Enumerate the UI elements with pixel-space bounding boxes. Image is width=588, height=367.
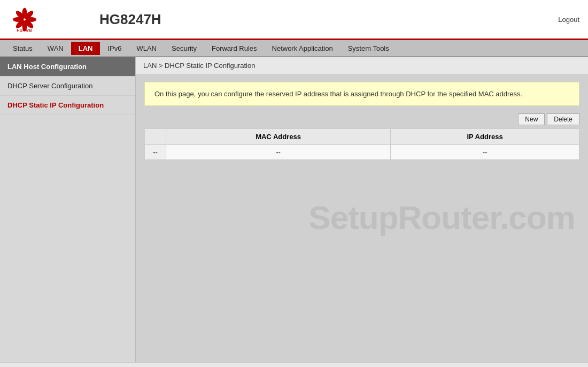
nav-item-security[interactable]: Security bbox=[164, 42, 204, 55]
sidebar-item-dhcp-static[interactable]: DHCP Static IP Configuration bbox=[0, 96, 135, 115]
table-row: -- -- -- bbox=[145, 145, 579, 160]
col-mac: MAC Address bbox=[166, 129, 391, 145]
nav-item-network-application[interactable]: Network Application bbox=[265, 42, 341, 55]
huawei-logo-icon: HUAWEI bbox=[9, 5, 41, 34]
nav-item-lan[interactable]: LAN bbox=[71, 42, 100, 55]
nav-item-wan[interactable]: WAN bbox=[40, 42, 71, 55]
nav-item-forward-rules[interactable]: Forward Rules bbox=[204, 42, 265, 55]
main-layout: LAN Host Configuration DHCP Server Confi… bbox=[0, 57, 588, 362]
toolbar: New Delete bbox=[144, 113, 579, 125]
delete-button[interactable]: Delete bbox=[547, 113, 579, 125]
cell-mac: -- bbox=[166, 145, 391, 160]
sidebar-item-dhcp-server[interactable]: DHCP Server Configuration bbox=[0, 77, 135, 96]
nav-item-ipv6[interactable]: IPv6 bbox=[100, 42, 129, 55]
logout-button[interactable]: Logout bbox=[558, 16, 579, 24]
cell-ip: -- bbox=[391, 145, 579, 160]
content-inner: On this page, you can configure the rese… bbox=[136, 74, 588, 167]
sidebar-item-lan-host[interactable]: LAN Host Configuration bbox=[0, 57, 135, 77]
new-button[interactable]: New bbox=[518, 113, 545, 125]
header: HUAWEI HG8247H Logout bbox=[0, 0, 588, 40]
nav-item-wlan[interactable]: WLAN bbox=[129, 42, 164, 55]
nav-item-system-tools[interactable]: System Tools bbox=[341, 42, 397, 55]
info-box: On this page, you can configure the rese… bbox=[144, 82, 579, 106]
content-area: LAN > DHCP Static IP Configuration On th… bbox=[136, 57, 588, 362]
sidebar: LAN Host Configuration DHCP Server Confi… bbox=[0, 57, 136, 362]
product-title: HG8247H bbox=[89, 11, 558, 28]
footer: Copyright © Huawei Technologies Co., Ltd… bbox=[0, 362, 588, 367]
logo-area: HUAWEI bbox=[9, 5, 89, 34]
watermark: SetupRouter.com bbox=[308, 198, 575, 236]
static-ip-table: MAC Address IP Address -- -- -- bbox=[144, 128, 579, 160]
cell-num: -- bbox=[145, 145, 166, 160]
table-header-row: MAC Address IP Address bbox=[145, 129, 579, 145]
svg-text:HUAWEI: HUAWEI bbox=[17, 27, 32, 32]
breadcrumb: LAN > DHCP Static IP Configuration bbox=[136, 57, 588, 74]
col-num bbox=[145, 129, 166, 145]
nav-item-status[interactable]: Status bbox=[5, 42, 40, 55]
navbar: Status WAN LAN IPv6 WLAN Security Forwar… bbox=[0, 40, 588, 57]
col-ip: IP Address bbox=[391, 129, 579, 145]
